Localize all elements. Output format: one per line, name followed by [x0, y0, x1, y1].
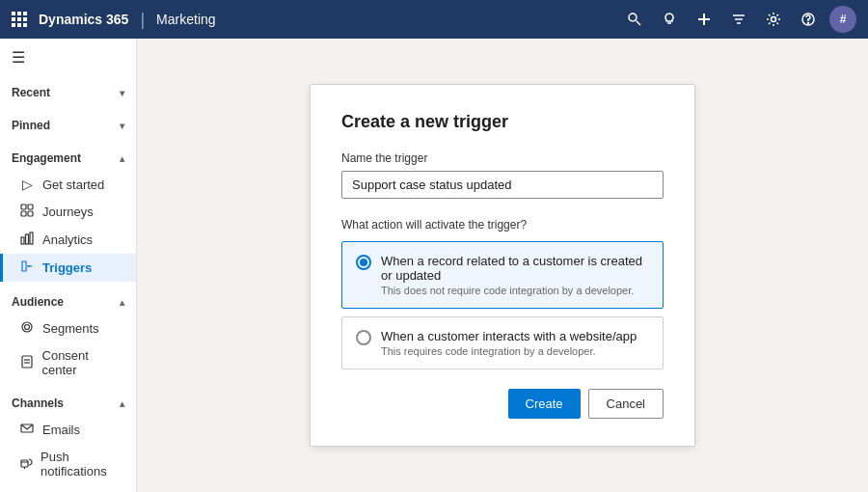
svg-rect-25: [22, 356, 32, 368]
svg-rect-19: [28, 211, 33, 216]
sidebar: ☰ Recent ▾ Pinned ▾ Engagement ▴ ▷ Get s…: [0, 39, 137, 492]
top-navigation: Dynamics 365 | Marketing #: [0, 0, 868, 39]
svg-rect-2: [23, 12, 27, 15]
sidebar-item-triggers[interactable]: Triggers: [0, 254, 136, 282]
option1-subtitle: This does not require code integration b…: [381, 285, 649, 296]
svg-rect-3: [12, 17, 15, 21]
sidebar-item-text-messages[interactable]: Text messages: [0, 484, 136, 492]
search-icon[interactable]: [621, 8, 648, 31]
svg-rect-0: [12, 12, 15, 15]
sidebar-pinned-section: Pinned ▾: [0, 109, 136, 142]
svg-rect-20: [21, 237, 24, 244]
sidebar-recent-header[interactable]: Recent ▾: [0, 80, 136, 105]
svg-rect-21: [26, 234, 29, 244]
name-label: Name the trigger: [341, 151, 664, 165]
option2-subtitle: This requires code integration by a deve…: [381, 345, 637, 357]
svg-rect-12: [698, 18, 710, 20]
sidebar-pinned-header[interactable]: Pinned ▾: [0, 113, 136, 138]
emails-icon: [19, 422, 35, 438]
svg-rect-6: [12, 23, 15, 27]
add-icon[interactable]: [691, 8, 718, 31]
user-avatar[interactable]: #: [829, 6, 856, 33]
sidebar-item-analytics[interactable]: Analytics: [0, 226, 136, 254]
sidebar-item-emails[interactable]: Emails: [0, 416, 136, 444]
radio-option-website[interactable]: When a customer interacts with a website…: [341, 316, 664, 369]
triggers-icon: [19, 260, 35, 276]
option2-title: When a customer interacts with a website…: [381, 329, 637, 343]
radio-dot-1: [360, 259, 367, 266]
svg-rect-5: [23, 17, 27, 21]
recent-chevron-icon: ▾: [120, 88, 124, 98]
svg-rect-18: [21, 211, 26, 216]
sidebar-engagement-header[interactable]: Engagement ▴: [0, 146, 136, 171]
svg-line-10: [637, 21, 641, 26]
svg-point-24: [25, 325, 30, 330]
radio-circle-1: [356, 255, 371, 270]
sidebar-item-segments[interactable]: Segments: [0, 314, 136, 342]
sidebar-channels-header[interactable]: Channels ▴: [0, 391, 136, 416]
create-button[interactable]: Create: [508, 389, 581, 419]
journeys-icon: [19, 204, 35, 220]
module-name: Marketing: [156, 12, 215, 27]
help-icon[interactable]: [795, 8, 822, 31]
cancel-button[interactable]: Cancel: [588, 389, 664, 419]
get-started-icon: ▷: [19, 177, 35, 192]
radio-circle-2: [356, 330, 371, 345]
push-icon: [19, 456, 33, 473]
sidebar-item-get-started[interactable]: ▷ Get started: [0, 171, 136, 198]
svg-rect-16: [21, 205, 26, 209]
svg-rect-7: [17, 23, 21, 27]
svg-rect-1: [17, 12, 21, 15]
audience-chevron-icon: ▴: [120, 297, 124, 308]
sidebar-item-push[interactable]: Push notifications: [0, 444, 136, 484]
main-content: Create a new trigger Name the trigger Wh…: [137, 39, 868, 492]
consent-icon: [19, 355, 35, 371]
sidebar-channels-section: Channels ▴ Emails Push notifications Te: [0, 387, 136, 492]
svg-point-23: [22, 322, 32, 332]
lightbulb-icon[interactable]: [656, 8, 683, 31]
svg-point-15: [808, 23, 809, 24]
dialog-title: Create a new trigger: [341, 112, 664, 132]
option1-title: When a record related to a customer is c…: [381, 254, 649, 283]
sidebar-recent-section: Recent ▾: [0, 76, 136, 109]
sidebar-audience-header[interactable]: Audience ▴: [0, 289, 136, 314]
svg-rect-17: [28, 205, 33, 209]
dialog-actions: Create Cancel: [341, 389, 664, 419]
radio-option-record[interactable]: When a record related to a customer is c…: [341, 241, 664, 309]
app-name: Dynamics 365: [39, 12, 128, 27]
trigger-name-input[interactable]: [341, 171, 664, 199]
svg-point-13: [772, 17, 776, 22]
sidebar-item-consent[interactable]: Consent center: [0, 342, 136, 383]
settings-icon[interactable]: [760, 8, 787, 31]
main-layout: ☰ Recent ▾ Pinned ▾ Engagement ▴ ▷ Get s…: [0, 39, 868, 492]
sidebar-item-journeys[interactable]: Journeys: [0, 198, 136, 226]
segments-icon: [19, 320, 35, 337]
sidebar-engagement-section: Engagement ▴ ▷ Get started Journeys Anal…: [0, 142, 136, 286]
hamburger-menu[interactable]: ☰: [0, 39, 136, 76]
svg-rect-22: [30, 232, 33, 244]
create-trigger-dialog: Create a new trigger Name the trigger Wh…: [310, 84, 695, 447]
action-label: What action will activate the trigger?: [341, 218, 664, 232]
waffle-icon[interactable]: [12, 12, 27, 27]
svg-rect-4: [17, 17, 21, 21]
filter-icon[interactable]: [725, 8, 752, 31]
svg-rect-29: [21, 460, 28, 467]
channels-chevron-icon: ▴: [120, 398, 124, 409]
pinned-chevron-icon: ▾: [120, 121, 124, 131]
engagement-chevron-icon: ▴: [120, 153, 124, 164]
analytics-icon: [19, 232, 35, 248]
svg-point-9: [629, 14, 637, 21]
svg-rect-8: [23, 23, 27, 27]
sidebar-audience-section: Audience ▴ Segments Consent center: [0, 286, 136, 387]
nav-divider: |: [140, 10, 145, 30]
